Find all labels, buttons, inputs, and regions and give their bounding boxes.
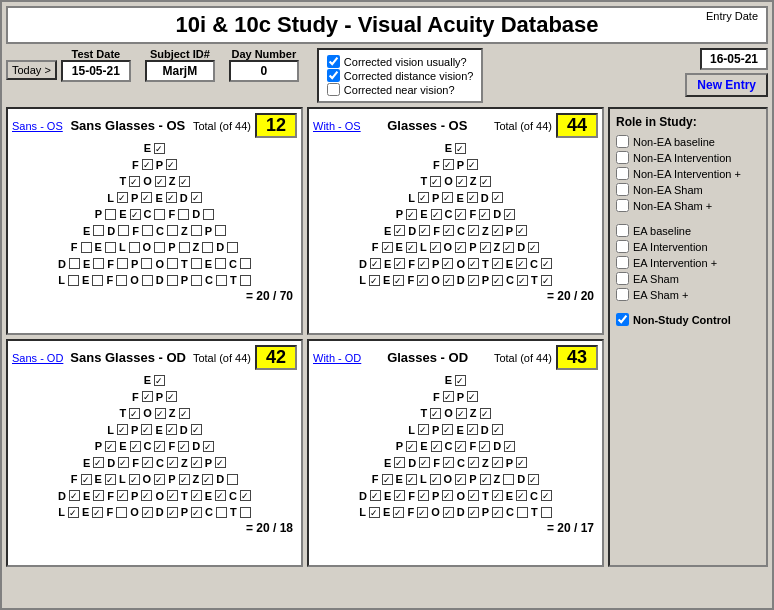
role-non-ea-sham: Non-EA Sham bbox=[616, 183, 760, 196]
sans-os-total-section: Total (of 44) 12 bbox=[193, 113, 297, 138]
role-non-ea-intervention-plus-label: Non-EA Intervention + bbox=[633, 168, 741, 180]
role-non-study-control-checkbox[interactable] bbox=[616, 313, 629, 326]
day-number-label: Day Number bbox=[231, 48, 296, 60]
role-ea-baseline: EA baseline bbox=[616, 224, 760, 237]
day-number-value[interactable]: 0 bbox=[229, 60, 299, 82]
corrected-near-label: Corrected near vision? bbox=[344, 84, 455, 96]
glasses-os-link[interactable]: With - OS bbox=[313, 120, 361, 132]
role-non-ea-baseline-checkbox[interactable] bbox=[616, 135, 629, 148]
checkbox-row-2: Corrected near vision? bbox=[327, 83, 474, 96]
glasses-os-chart: E FP TOZ LPED PECFD EDFCZP FELOPZD DEFPO… bbox=[313, 140, 598, 289]
title-bar: 10i & 10c Study - Visual Acuity Database… bbox=[6, 6, 768, 44]
right-header: 16-05-21 New Entry bbox=[685, 48, 768, 97]
sans-od-link[interactable]: Sans - OD bbox=[12, 352, 63, 364]
role-ea-intervention: EA Intervention bbox=[616, 240, 760, 253]
sans-glasses-od-panel: Sans - OD Sans Glasses - OD Total (of 44… bbox=[6, 339, 303, 567]
entry-date-value[interactable]: 16-05-21 bbox=[700, 48, 768, 70]
sans-os-title: Sans Glasses - OS bbox=[70, 118, 185, 133]
glasses-od-total-section: Total (of 44) 43 bbox=[494, 345, 598, 370]
sans-os-link[interactable]: Sans - OS bbox=[12, 120, 63, 132]
role-non-ea-intervention-plus: Non-EA Intervention + bbox=[616, 167, 760, 180]
right-panels: With - OS Glasses - OS Total (of 44) 44 … bbox=[307, 107, 604, 567]
checkboxes-section: Corrected vision usually? Corrected dist… bbox=[317, 48, 484, 103]
role-ea-sham-checkbox[interactable] bbox=[616, 272, 629, 285]
sans-od-header: Sans - OD Sans Glasses - OD Total (of 44… bbox=[12, 345, 297, 370]
app-title: 10i & 10c Study - Visual Acuity Database bbox=[175, 12, 598, 37]
role-non-ea-intervention-label: Non-EA Intervention bbox=[633, 152, 731, 164]
role-non-ea-sham-plus: Non-EA Sham + bbox=[616, 199, 760, 212]
test-date-group: Test Date 15-05-21 bbox=[61, 48, 131, 82]
glasses-os-total-value: 44 bbox=[556, 113, 598, 138]
checkbox-row-0: Corrected vision usually? bbox=[327, 55, 474, 68]
entry-date-label: Entry Date bbox=[706, 10, 758, 22]
sans-os-total-label: Total (of 44) bbox=[193, 120, 251, 132]
role-ea-intervention-plus-checkbox[interactable] bbox=[616, 256, 629, 269]
glasses-os-score: = 20 / 20 bbox=[313, 289, 594, 303]
role-non-ea-baseline: Non-EA baseline bbox=[616, 135, 760, 148]
corrected-distance-label: Corrected distance vision? bbox=[344, 70, 474, 82]
role-ea-baseline-checkbox[interactable] bbox=[616, 224, 629, 237]
glasses-od-score: = 20 / 17 bbox=[313, 521, 594, 535]
role-ea-sham-plus-label: EA Sham + bbox=[633, 289, 688, 301]
role-non-ea-intervention-plus-checkbox[interactable] bbox=[616, 167, 629, 180]
role-ea-intervention-label: EA Intervention bbox=[633, 241, 708, 253]
new-entry-button[interactable]: New Entry bbox=[685, 73, 768, 97]
test-date-label: Test Date bbox=[71, 48, 120, 60]
corrected-vision-label: Corrected vision usually? bbox=[344, 56, 467, 68]
role-non-study-control: Non-Study Control bbox=[616, 313, 760, 326]
sans-od-total-label: Total (of 44) bbox=[193, 352, 251, 364]
role-in-study-panel: Role in Study: Non-EA baseline Non-EA In… bbox=[608, 107, 768, 567]
role-non-ea-sham-plus-checkbox[interactable] bbox=[616, 199, 629, 212]
corrected-distance-checkbox[interactable] bbox=[327, 69, 340, 82]
glasses-od-total-label: Total (of 44) bbox=[494, 352, 552, 364]
sans-od-total-section: Total (of 44) 42 bbox=[193, 345, 297, 370]
test-date-section: Today > Test Date 15-05-21 bbox=[6, 48, 131, 82]
sans-glasses-os-panel: Sans - OS Sans Glasses - OS Total (of 44… bbox=[6, 107, 303, 335]
checkbox-row-1: Corrected distance vision? bbox=[327, 69, 474, 82]
sans-os-chart: E FP TOZ LPED PECFD EDFCZP FELOPZD DEFPO… bbox=[12, 140, 297, 289]
today-button[interactable]: Today > bbox=[6, 60, 57, 80]
glasses-os-header: With - OS Glasses - OS Total (of 44) 44 bbox=[313, 113, 598, 138]
glasses-od-total-value: 43 bbox=[556, 345, 598, 370]
subject-id-group: Subject ID# MarjM bbox=[145, 48, 215, 82]
sans-os-total-value: 12 bbox=[255, 113, 297, 138]
top-row: Today > Test Date 15-05-21 Subject ID# M… bbox=[6, 48, 768, 103]
sans-od-score: = 20 / 18 bbox=[12, 521, 293, 535]
corrected-vision-checkbox[interactable] bbox=[327, 55, 340, 68]
day-number-group: Day Number 0 bbox=[229, 48, 299, 82]
glasses-od-panel: With - OD Glasses - OD Total (of 44) 43 … bbox=[307, 339, 604, 567]
role-non-ea-sham-checkbox[interactable] bbox=[616, 183, 629, 196]
role-ea-sham-label: EA Sham bbox=[633, 273, 679, 285]
role-ea-intervention-plus: EA Intervention + bbox=[616, 256, 760, 269]
test-date-value[interactable]: 15-05-21 bbox=[61, 60, 131, 82]
glasses-od-title: Glasses - OD bbox=[387, 350, 468, 365]
glasses-os-title: Glasses - OS bbox=[387, 118, 467, 133]
glasses-os-total-label: Total (of 44) bbox=[494, 120, 552, 132]
glasses-os-total-section: Total (of 44) 44 bbox=[494, 113, 598, 138]
sans-os-score: = 20 / 70 bbox=[12, 289, 293, 303]
role-ea-sham-plus-checkbox[interactable] bbox=[616, 288, 629, 301]
role-non-study-control-label: Non-Study Control bbox=[633, 314, 731, 326]
role-non-ea-sham-plus-label: Non-EA Sham + bbox=[633, 200, 712, 212]
glasses-os-panel: With - OS Glasses - OS Total (of 44) 44 … bbox=[307, 107, 604, 335]
panels-container: Sans - OS Sans Glasses - OS Total (of 44… bbox=[6, 107, 768, 567]
role-non-ea-intervention-checkbox[interactable] bbox=[616, 151, 629, 164]
main-container: 10i & 10c Study - Visual Acuity Database… bbox=[0, 0, 774, 610]
subject-id-value[interactable]: MarjM bbox=[145, 60, 215, 82]
role-ea-sham-plus: EA Sham + bbox=[616, 288, 760, 301]
corrected-near-checkbox[interactable] bbox=[327, 83, 340, 96]
subject-id-label: Subject ID# bbox=[150, 48, 210, 60]
left-panels: Sans - OS Sans Glasses - OS Total (of 44… bbox=[6, 107, 303, 567]
sans-od-title: Sans Glasses - OD bbox=[70, 350, 186, 365]
role-ea-sham: EA Sham bbox=[616, 272, 760, 285]
role-non-ea-sham-label: Non-EA Sham bbox=[633, 184, 703, 196]
sans-od-total-value: 42 bbox=[255, 345, 297, 370]
sans-os-header: Sans - OS Sans Glasses - OS Total (of 44… bbox=[12, 113, 297, 138]
role-ea-intervention-plus-label: EA Intervention + bbox=[633, 257, 717, 269]
role-non-ea-intervention: Non-EA Intervention bbox=[616, 151, 760, 164]
glasses-od-link[interactable]: With - OD bbox=[313, 352, 361, 364]
role-ea-intervention-checkbox[interactable] bbox=[616, 240, 629, 253]
role-ea-baseline-label: EA baseline bbox=[633, 225, 691, 237]
role-non-ea-baseline-label: Non-EA baseline bbox=[633, 136, 715, 148]
sans-od-chart: E FP TOZ LPED PECFD EDFCZP FELOPZD DEFPO… bbox=[12, 372, 297, 521]
